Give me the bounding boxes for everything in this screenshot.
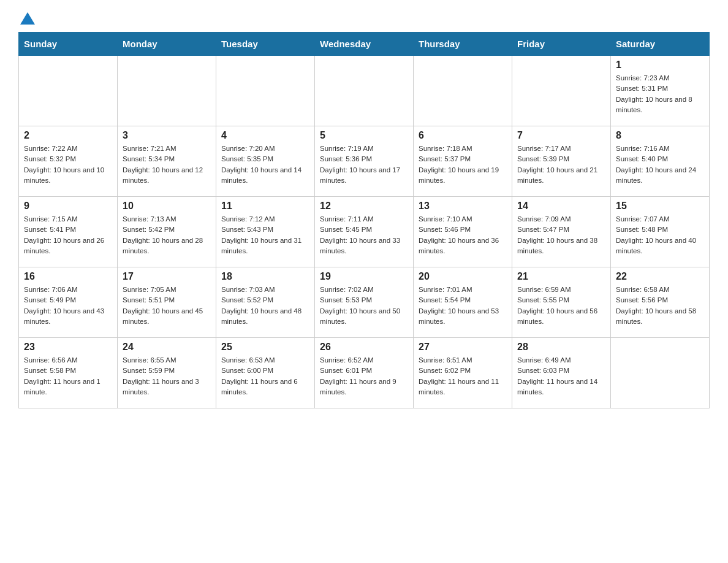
day-info: Sunrise: 7:06 AMSunset: 5:49 PMDaylight:… [24,285,112,327]
day-info: Sunrise: 7:21 AMSunset: 5:34 PMDaylight:… [123,144,211,186]
calendar-day-cell: 14Sunrise: 7:09 AMSunset: 5:47 PMDayligh… [512,197,611,267]
calendar-week-row: 1Sunrise: 7:23 AMSunset: 5:31 PMDaylight… [19,56,710,126]
day-info: Sunrise: 7:12 AMSunset: 5:43 PMDaylight:… [221,214,309,256]
calendar-day-cell: 28Sunrise: 6:49 AMSunset: 6:03 PMDayligh… [512,338,611,408]
day-info: Sunrise: 6:56 AMSunset: 5:58 PMDaylight:… [24,355,112,397]
calendar-day-cell [414,56,512,126]
calendar-week-row: 2Sunrise: 7:22 AMSunset: 5:32 PMDaylight… [19,126,710,197]
calendar-week-row: 9Sunrise: 7:15 AMSunset: 5:41 PMDaylight… [19,197,710,267]
day-number: 22 [616,271,704,282]
weekday-header-wednesday: Wednesday [315,33,414,56]
day-info: Sunrise: 7:01 AMSunset: 5:54 PMDaylight:… [419,285,507,327]
page-header [18,12,710,26]
calendar-day-cell: 4Sunrise: 7:20 AMSunset: 5:35 PMDaylight… [216,126,315,197]
calendar-day-cell: 3Sunrise: 7:21 AMSunset: 5:34 PMDaylight… [118,126,216,197]
day-info: Sunrise: 6:59 AMSunset: 5:55 PMDaylight:… [517,285,605,327]
calendar-day-cell: 25Sunrise: 6:53 AMSunset: 6:00 PMDayligh… [216,338,315,408]
day-number: 21 [517,271,605,282]
calendar-day-cell: 7Sunrise: 7:17 AMSunset: 5:39 PMDaylight… [512,126,611,197]
day-info: Sunrise: 7:20 AMSunset: 5:35 PMDaylight:… [221,144,309,186]
day-number: 1 [616,59,704,71]
weekday-header-tuesday: Tuesday [216,33,315,56]
day-number: 27 [419,342,507,353]
day-number: 14 [517,201,605,212]
day-info: Sunrise: 6:51 AMSunset: 6:02 PMDaylight:… [419,355,507,397]
day-number: 25 [221,342,309,353]
calendar-day-cell: 16Sunrise: 7:06 AMSunset: 5:49 PMDayligh… [19,267,118,338]
calendar-day-cell: 18Sunrise: 7:03 AMSunset: 5:52 PMDayligh… [216,267,315,338]
calendar-day-cell: 15Sunrise: 7:07 AMSunset: 5:48 PMDayligh… [611,197,710,267]
day-number: 19 [320,271,408,282]
day-info: Sunrise: 7:11 AMSunset: 5:45 PMDaylight:… [320,214,408,256]
calendar-day-cell: 27Sunrise: 6:51 AMSunset: 6:02 PMDayligh… [414,338,512,408]
day-info: Sunrise: 6:58 AMSunset: 5:56 PMDaylight:… [616,285,704,327]
calendar-day-cell: 17Sunrise: 7:05 AMSunset: 5:51 PMDayligh… [118,267,216,338]
day-info: Sunrise: 7:05 AMSunset: 5:51 PMDaylight:… [123,285,211,327]
day-info: Sunrise: 7:23 AMSunset: 5:31 PMDaylight:… [616,73,704,115]
day-info: Sunrise: 7:07 AMSunset: 5:48 PMDaylight:… [616,214,704,256]
day-info: Sunrise: 6:55 AMSunset: 5:59 PMDaylight:… [123,355,211,397]
calendar-week-row: 23Sunrise: 6:56 AMSunset: 5:58 PMDayligh… [19,338,710,408]
day-number: 7 [517,130,605,141]
day-info: Sunrise: 7:13 AMSunset: 5:42 PMDaylight:… [123,214,211,256]
calendar-day-cell: 26Sunrise: 6:52 AMSunset: 6:01 PMDayligh… [315,338,414,408]
day-number: 10 [123,201,211,212]
day-info: Sunrise: 6:52 AMSunset: 6:01 PMDaylight:… [320,355,408,397]
calendar-table: SundayMondayTuesdayWednesdayThursdayFrid… [18,32,710,408]
day-info: Sunrise: 7:17 AMSunset: 5:39 PMDaylight:… [517,144,605,186]
calendar-day-cell: 8Sunrise: 7:16 AMSunset: 5:40 PMDaylight… [611,126,710,197]
calendar-day-cell: 11Sunrise: 7:12 AMSunset: 5:43 PMDayligh… [216,197,315,267]
day-number: 8 [616,130,704,141]
calendar-day-cell: 9Sunrise: 7:15 AMSunset: 5:41 PMDaylight… [19,197,118,267]
calendar-day-cell: 1Sunrise: 7:23 AMSunset: 5:31 PMDaylight… [611,56,710,126]
day-info: Sunrise: 6:49 AMSunset: 6:03 PMDaylight:… [517,355,605,397]
day-number: 28 [517,342,605,353]
calendar-day-cell: 24Sunrise: 6:55 AMSunset: 5:59 PMDayligh… [118,338,216,408]
logo-triangle-icon [20,12,35,25]
day-info: Sunrise: 7:10 AMSunset: 5:46 PMDaylight:… [419,214,507,256]
day-info: Sunrise: 7:15 AMSunset: 5:41 PMDaylight:… [24,214,112,256]
calendar-day-cell: 12Sunrise: 7:11 AMSunset: 5:45 PMDayligh… [315,197,414,267]
day-info: Sunrise: 7:02 AMSunset: 5:53 PMDaylight:… [320,285,408,327]
day-number: 15 [616,201,704,212]
day-number: 3 [123,130,211,141]
day-number: 26 [320,342,408,353]
calendar-day-cell: 5Sunrise: 7:19 AMSunset: 5:36 PMDaylight… [315,126,414,197]
day-number: 6 [419,130,507,141]
calendar-day-cell: 22Sunrise: 6:58 AMSunset: 5:56 PMDayligh… [611,267,710,338]
calendar-day-cell [611,338,710,408]
day-info: Sunrise: 7:19 AMSunset: 5:36 PMDaylight:… [320,144,408,186]
weekday-header-thursday: Thursday [414,33,512,56]
calendar-day-cell [315,56,414,126]
calendar-day-cell: 23Sunrise: 6:56 AMSunset: 5:58 PMDayligh… [19,338,118,408]
day-info: Sunrise: 7:16 AMSunset: 5:40 PMDaylight:… [616,144,704,186]
calendar-day-cell [19,56,118,126]
day-info: Sunrise: 7:22 AMSunset: 5:32 PMDaylight:… [24,144,112,186]
calendar-day-cell: 10Sunrise: 7:13 AMSunset: 5:42 PMDayligh… [118,197,216,267]
day-info: Sunrise: 7:09 AMSunset: 5:47 PMDaylight:… [517,214,605,256]
day-number: 23 [24,342,112,353]
day-number: 16 [24,271,112,282]
calendar-day-cell [512,56,611,126]
weekday-header-sunday: Sunday [19,33,118,56]
weekday-header-saturday: Saturday [611,33,710,56]
calendar-day-cell: 19Sunrise: 7:02 AMSunset: 5:53 PMDayligh… [315,267,414,338]
calendar-day-cell: 6Sunrise: 7:18 AMSunset: 5:37 PMDaylight… [414,126,512,197]
weekday-header-friday: Friday [512,33,611,56]
day-info: Sunrise: 7:18 AMSunset: 5:37 PMDaylight:… [419,144,507,186]
calendar-day-cell: 13Sunrise: 7:10 AMSunset: 5:46 PMDayligh… [414,197,512,267]
day-number: 4 [221,130,309,141]
calendar-day-cell: 2Sunrise: 7:22 AMSunset: 5:32 PMDaylight… [19,126,118,197]
calendar-day-cell [118,56,216,126]
day-number: 13 [419,201,507,212]
day-number: 24 [123,342,211,353]
day-number: 5 [320,130,408,141]
day-number: 9 [24,201,112,212]
calendar-day-cell [216,56,315,126]
day-number: 17 [123,271,211,282]
day-number: 12 [320,201,408,212]
day-number: 2 [24,130,112,141]
day-number: 18 [221,271,309,282]
logo [18,12,35,26]
day-number: 20 [419,271,507,282]
